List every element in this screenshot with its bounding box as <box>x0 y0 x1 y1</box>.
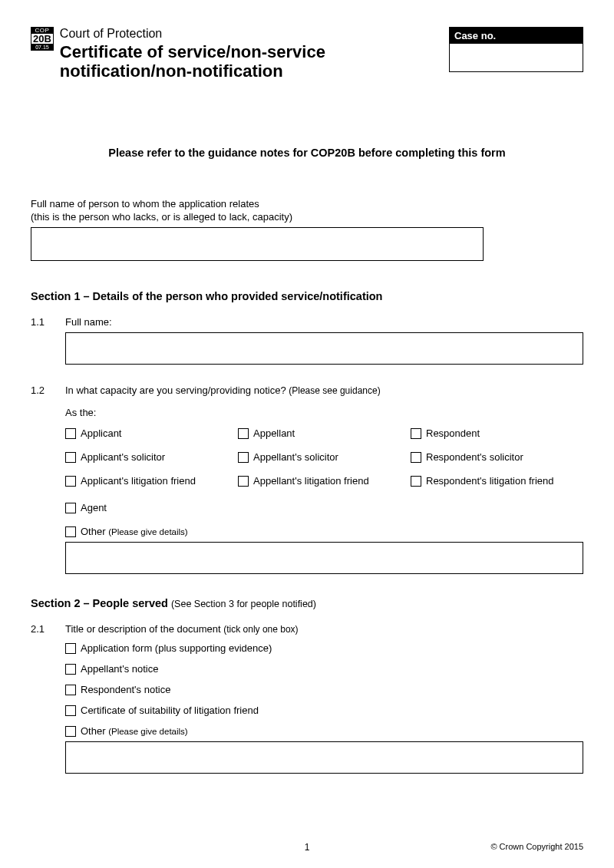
chk-applicant[interactable]: Applicant <box>65 427 230 439</box>
q1-2: 1.2 In what capacity are you serving/pro… <box>31 384 583 574</box>
chk-applicant-litigation-friend[interactable]: Applicant's litigation friend <box>65 475 230 487</box>
q1-1-label: Full name: <box>65 316 583 328</box>
chk-applicant-solicitor[interactable]: Applicant's solicitor <box>65 451 230 463</box>
chk-respondent-solicitor[interactable]: Respondent's solicitor <box>411 451 576 463</box>
q1-2-number: 1.2 <box>31 384 65 574</box>
case-number-box: Case no. <box>449 27 583 72</box>
instruction-text: Please refer to the guidance notes for C… <box>31 147 583 159</box>
chk-appellant-litigation-friend[interactable]: Appellant's litigation friend <box>238 475 403 487</box>
copyright: © Crown Copyright 2015 <box>490 842 583 851</box>
capacity-options-grid: Applicant Applicant's solicitor Applican… <box>65 427 583 499</box>
badge-bot: 07.15 <box>31 44 54 51</box>
q1-2-label: In what capacity are you serving/providi… <box>65 384 583 396</box>
case-number-label: Case no. <box>450 28 583 44</box>
chk-application-form[interactable]: Application form (plus supporting eviden… <box>65 642 583 654</box>
q1-1-number: 1.1 <box>31 316 65 365</box>
section1-heading: Section 1 – Details of the person who pr… <box>31 290 583 302</box>
form-badge: COP 20B 07.15 <box>31 27 54 51</box>
chk-respondent[interactable]: Respondent <box>411 427 576 439</box>
form-title: Certificate of service/non-service notif… <box>60 42 449 81</box>
q1-1: 1.1 Full name: <box>31 316 583 365</box>
page-footer: 1 © Crown Copyright 2015 <box>31 842 583 851</box>
section2-heading: Section 2 – People served (See Section 3… <box>31 597 583 609</box>
chk-agent[interactable]: Agent <box>65 502 583 513</box>
fullname-label: Full name of person to whom the applicat… <box>31 197 583 224</box>
q2-1-number: 2.1 <box>31 623 65 774</box>
page-number: 1 <box>305 842 310 853</box>
chk-other-document[interactable]: Other (Please give details) <box>65 725 583 737</box>
as-the-label: As the: <box>65 407 583 418</box>
case-number-input[interactable] <box>450 44 583 71</box>
chk-appellants-notice[interactable]: Appellant's notice <box>65 663 583 675</box>
q2-1: 2.1 Title or description of the document… <box>31 623 583 774</box>
chk-appellant-solicitor[interactable]: Appellant's solicitor <box>238 451 403 463</box>
badge-mid: 20B <box>31 34 54 44</box>
header: COP 20B 07.15 Court of Protection Certif… <box>31 27 583 81</box>
court-name: Court of Protection <box>60 27 449 41</box>
chk-respondents-notice[interactable]: Respondent's notice <box>65 684 583 695</box>
other-document-input[interactable] <box>65 741 583 774</box>
q2-1-label: Title or description of the document (ti… <box>65 623 583 635</box>
chk-certificate-suitability[interactable]: Certificate of suitability of litigation… <box>65 705 583 716</box>
chk-respondent-litigation-friend[interactable]: Respondent's litigation friend <box>411 475 576 487</box>
chk-appellant[interactable]: Appellant <box>238 427 403 439</box>
other-capacity-input[interactable] <box>65 542 583 574</box>
q1-1-input[interactable] <box>65 332 583 365</box>
fullname-input[interactable] <box>31 227 484 261</box>
chk-other-capacity[interactable]: Other (Please give details) <box>65 526 583 537</box>
title-block: Court of Protection Certificate of servi… <box>60 27 449 81</box>
